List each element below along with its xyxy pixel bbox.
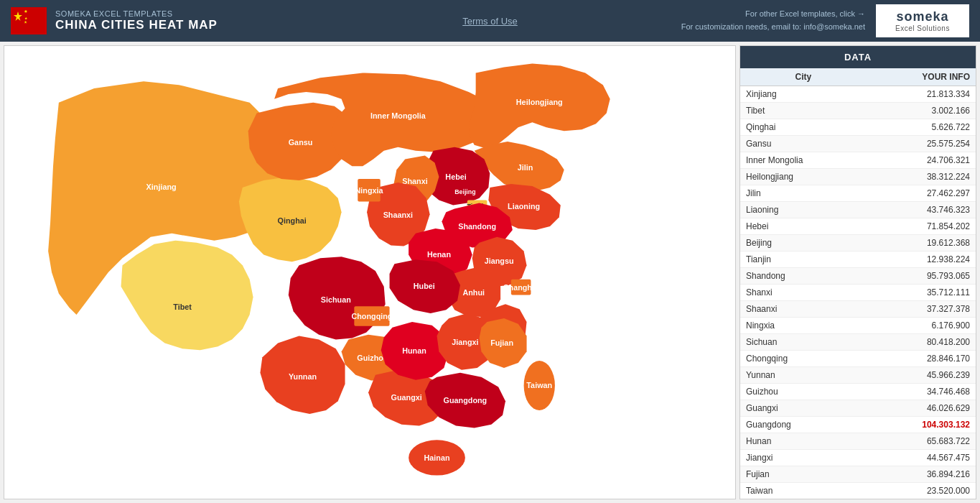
table-row: Inner Mongolia24.706.321 — [740, 152, 976, 169]
col-city-header: City — [740, 68, 867, 86]
value-cell: 19.612.368 — [867, 235, 976, 251]
city-cell: Zhejiang — [740, 499, 867, 500]
city-cell: Shaanxi — [740, 301, 867, 318]
main-content: Xinjiang Tibet Qinghai Gansu Inner Mongo… — [0, 42, 980, 503]
city-cell: Shanxi — [740, 285, 867, 301]
table-row: Guangdong104.303.132 — [740, 417, 976, 433]
value-cell: 27.462.297 — [867, 185, 976, 202]
table-row: Jilin27.462.297 — [740, 185, 976, 202]
value-cell: 21.813.334 — [867, 86, 976, 103]
value-cell: 37.327.378 — [867, 301, 976, 318]
table-row: Tibet3.002.166 — [740, 103, 976, 119]
table-row: Shaanxi37.327.378 — [740, 301, 976, 318]
value-cell: 65.683.722 — [867, 433, 976, 450]
table-row: Guizhou34.746.468 — [740, 384, 976, 400]
terms-link[interactable]: Terms of Use — [462, 16, 518, 27]
city-cell: Fujian — [740, 466, 867, 483]
value-cell: 71.854.202 — [867, 218, 976, 235]
table-row: Hebei71.854.202 — [740, 218, 976, 235]
city-cell: Inner Mongolia — [740, 152, 867, 169]
logo-box: someka Excel Solutions — [876, 4, 969, 37]
table-row: Ningxia6.176.900 — [740, 318, 976, 334]
data-panel: DATA City YOUR INFO Xinjiang21.813.334Ti… — [739, 45, 976, 499]
table-row: Beijing19.612.368 — [740, 235, 976, 251]
value-cell: 45.966.239 — [867, 367, 976, 384]
table-row: Hunan65.683.722 — [740, 433, 976, 450]
table-row: Xinjiang21.813.334 — [740, 86, 976, 103]
value-cell: 6.176.900 — [867, 318, 976, 334]
value-cell: 36.894.216 — [867, 466, 976, 483]
header-center: Terms of Use — [462, 14, 518, 27]
value-cell: 35.712.111 — [867, 285, 976, 301]
table-row: Chongqing28.846.170 — [740, 351, 976, 367]
value-cell: 54.426.891 — [867, 499, 976, 500]
svg-point-12 — [409, 440, 465, 475]
map-area: Xinjiang Tibet Qinghai Gansu Inner Mongo… — [4, 45, 736, 499]
city-cell: Liaoning — [740, 202, 867, 218]
table-row: Yunnan45.966.239 — [740, 367, 976, 384]
city-cell: Guizhou — [740, 384, 867, 400]
city-cell: Hebei — [740, 218, 867, 235]
value-cell: 5.626.722 — [867, 119, 976, 136]
header-right: For other Excel templates, click → For c… — [681, 4, 969, 37]
svg-rect-6 — [454, 184, 476, 200]
table-row: Guangxi46.026.629 — [740, 400, 976, 417]
city-cell: Hunan — [740, 433, 867, 450]
city-cell: Jilin — [740, 185, 867, 202]
value-cell: 34.746.468 — [867, 384, 976, 400]
value-cell: 104.303.132 — [867, 417, 976, 433]
logo-top: someka — [896, 9, 948, 24]
city-cell: Gansu — [740, 136, 867, 152]
table-row: Shandong95.793.065 — [740, 268, 976, 285]
contact-line2: For customization needs, email to: info@… — [681, 21, 865, 34]
svg-rect-8 — [358, 179, 381, 202]
city-cell: Tibet — [740, 103, 867, 119]
value-cell: 38.312.224 — [867, 169, 976, 185]
value-cell: 46.026.629 — [867, 400, 976, 417]
city-cell: Ningxia — [740, 318, 867, 334]
value-cell: 95.793.065 — [867, 268, 976, 285]
city-cell: Taiwan — [740, 483, 867, 499]
value-cell: 43.746.323 — [867, 202, 976, 218]
city-cell: Heilongjiang — [740, 169, 867, 185]
flag-icon — [11, 7, 47, 34]
svg-rect-10 — [354, 306, 389, 326]
city-cell: Tianjin — [740, 251, 867, 268]
app-header: SOMEKA EXCEL TEMPLATES CHINA CITIES HEAT… — [0, 0, 980, 42]
city-cell: Yunnan — [740, 367, 867, 384]
logo-bottom: Excel Solutions — [895, 24, 950, 32]
data-panel-header: DATA — [740, 46, 976, 68]
city-cell: Shandong — [740, 268, 867, 285]
table-row: Sichuan80.418.200 — [740, 334, 976, 351]
value-cell: 44.567.475 — [867, 450, 976, 466]
table-row: Taiwan23.520.000 — [740, 483, 976, 499]
value-cell: 25.575.254 — [867, 136, 976, 152]
city-cell: Sichuan — [740, 334, 867, 351]
svg-rect-9 — [511, 280, 531, 295]
value-cell: 28.846.170 — [867, 351, 976, 367]
table-row: Tianjin12.938.224 — [740, 251, 976, 268]
col-value-header: YOUR INFO — [867, 68, 976, 86]
city-cell: Guangdong — [740, 417, 867, 433]
china-map: Xinjiang Tibet Qinghai Gansu Inner Mongo… — [4, 46, 735, 499]
value-cell: 3.002.166 — [867, 103, 976, 119]
city-cell: Qinghai — [740, 119, 867, 136]
table-row: Liaoning43.746.323 — [740, 202, 976, 218]
page-title: CHINA CITIES HEAT MAP — [55, 18, 218, 32]
value-cell: 24.706.321 — [867, 152, 976, 169]
city-cell: Chongqing — [740, 351, 867, 367]
svg-point-11 — [524, 361, 555, 410]
table-row: Shanxi35.712.111 — [740, 285, 976, 301]
table-row: Zhejiang54.426.891 — [740, 499, 976, 500]
svg-rect-0 — [12, 9, 45, 33]
value-cell: 23.520.000 — [867, 483, 976, 499]
table-row: Heilongjiang38.312.224 — [740, 169, 976, 185]
city-cell: Jiangxi — [740, 450, 867, 466]
city-cell: Guangxi — [740, 400, 867, 417]
brand-label: SOMEKA EXCEL TEMPLATES — [55, 9, 218, 18]
data-table: City YOUR INFO Xinjiang21.813.334Tibet3.… — [740, 68, 976, 499]
header-titles: SOMEKA EXCEL TEMPLATES CHINA CITIES HEAT… — [55, 9, 218, 32]
table-row: Gansu25.575.254 — [740, 136, 976, 152]
value-cell: 80.418.200 — [867, 334, 976, 351]
city-cell: Xinjiang — [740, 86, 867, 103]
